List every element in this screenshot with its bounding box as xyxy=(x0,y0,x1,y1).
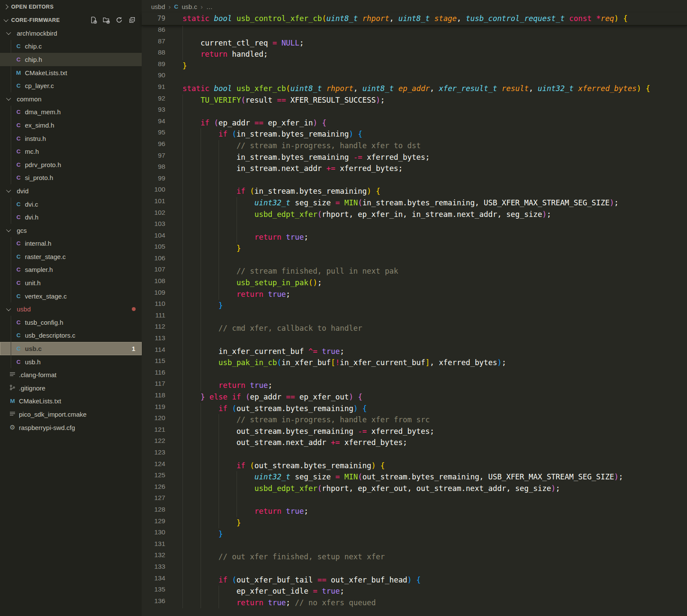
line-number[interactable]: 123 xyxy=(142,448,182,460)
line-number[interactable]: 94 xyxy=(142,117,182,129)
line-number[interactable]: 122 xyxy=(142,437,182,448)
code-line-89[interactable]: 89} xyxy=(142,60,687,72)
code-line-134[interactable]: 134 if (out_xfer_buf_tail == out_xfer_bu… xyxy=(142,574,687,586)
code-text[interactable]: usb_pak_in_cb(in_xfer_buf[!in_xfer_curre… xyxy=(182,357,687,369)
line-number[interactable]: 79 xyxy=(142,13,182,25)
tree-file-unit-h[interactable]: Cunit.h xyxy=(0,276,142,290)
code-line-105[interactable]: 105 } xyxy=(142,243,687,254)
tree-file-vertex-stage-c[interactable]: Cvertex_stage.c xyxy=(0,290,142,303)
new-file-icon[interactable] xyxy=(90,16,97,24)
line-number[interactable]: 130 xyxy=(142,528,182,540)
code-line-126[interactable]: 126 usbd_edpt_xfer(rhport, ep_xfer_out, … xyxy=(142,483,687,494)
line-number[interactable]: 96 xyxy=(142,140,182,152)
code-text[interactable]: if (in_stream.bytes_remaining) { xyxy=(182,186,687,197)
code-text[interactable] xyxy=(182,220,687,232)
tree-file-dvi-c[interactable]: Cdvi.c xyxy=(0,198,142,211)
tree-folder-usbd[interactable]: usbd xyxy=(0,302,142,316)
line-number[interactable]: 93 xyxy=(142,106,182,117)
code-text[interactable]: if (out_stream.bytes_remaining) { xyxy=(182,403,687,415)
code-text[interactable]: current_ctl_req = NULL; xyxy=(182,37,687,49)
line-number[interactable]: 126 xyxy=(142,483,182,494)
code-text[interactable] xyxy=(182,369,687,380)
code-text[interactable]: } xyxy=(182,517,687,529)
code-line-111[interactable]: 111 xyxy=(142,311,687,323)
code-text[interactable]: // cmd xfer, callback to handler xyxy=(182,323,687,334)
tree-folder-arch-mockbird[interactable]: arch\mockbird xyxy=(0,27,142,40)
code-line-117[interactable]: 117 return true; xyxy=(142,380,687,391)
code-line-131[interactable]: 131 xyxy=(142,540,687,552)
code-text[interactable] xyxy=(182,311,687,323)
tree-file-usb-descriptors-c[interactable]: Cusb_descriptors.c xyxy=(0,329,142,342)
code-line-87[interactable]: 87 current_ctl_req = NULL; xyxy=(142,37,687,49)
code-line-130[interactable]: 130 } xyxy=(142,528,687,540)
line-number[interactable]: 106 xyxy=(142,254,182,266)
line-number[interactable]: 109 xyxy=(142,289,182,300)
code-line-127[interactable]: 127 xyxy=(142,494,687,506)
line-number[interactable]: 108 xyxy=(142,277,182,289)
line-number[interactable]: 101 xyxy=(142,197,182,209)
line-number[interactable]: 104 xyxy=(142,232,182,243)
code-text[interactable]: out_stream.next_addr += xferred_bytes; xyxy=(182,437,687,448)
code-line-119[interactable]: 119 if (out_stream.bytes_remaining) { xyxy=(142,403,687,415)
code-text[interactable]: } xyxy=(182,243,687,254)
code-line-104[interactable]: 104 return true; xyxy=(142,232,687,243)
tree-file-si-proto-h[interactable]: Csi_proto.h xyxy=(0,171,142,185)
tree-folder-common[interactable]: common xyxy=(0,92,142,106)
line-number[interactable]: 128 xyxy=(142,506,182,517)
code-text[interactable]: ep_xfer_out_idle = true; xyxy=(182,586,687,597)
code-text[interactable] xyxy=(182,448,687,460)
code-line-91[interactable]: 91static bool usb_xfer_cb(uint8_t rhport… xyxy=(142,83,687,95)
code-line-94[interactable]: 94 if (ep_addr == ep_xfer_in) { xyxy=(142,117,687,129)
code-text[interactable] xyxy=(182,334,687,346)
code-line-88[interactable]: 88 return handled; xyxy=(142,49,687,60)
line-number[interactable]: 124 xyxy=(142,460,182,472)
code-line-101[interactable]: 101 uint32_t seg_size = MIN(in_stream.by… xyxy=(142,197,687,209)
code-text[interactable]: TU_VERIFY(result == XFER_RESULT_SUCCESS)… xyxy=(182,95,687,106)
tree-folder-gcs[interactable]: gcs xyxy=(0,224,142,237)
code-text[interactable]: } xyxy=(182,300,687,311)
line-number[interactable]: 132 xyxy=(142,551,182,563)
code-text[interactable]: return true; xyxy=(182,232,687,243)
tree-file-clang-format[interactable]: .clang-format xyxy=(0,368,142,381)
code-line-100[interactable]: 100 if (in_stream.bytes_remaining) { xyxy=(142,186,687,197)
code-text[interactable]: in_stream.bytes_remaining -= xferred_byt… xyxy=(182,152,687,163)
tree-file-chip-c[interactable]: Cchip.c xyxy=(0,40,142,53)
code-line-106[interactable]: 106 xyxy=(142,254,687,266)
tree-file-mc-h[interactable]: Cmc.h xyxy=(0,145,142,158)
line-number[interactable]: 133 xyxy=(142,563,182,574)
code-line-93[interactable]: 93 xyxy=(142,106,687,117)
line-number[interactable]: 120 xyxy=(142,414,182,426)
collapse-all-icon[interactable] xyxy=(128,16,136,24)
code-line-120[interactable]: 120 // stream in-progress, handle xfer f… xyxy=(142,414,687,426)
line-number[interactable]: 121 xyxy=(142,426,182,437)
line-number[interactable]: 119 xyxy=(142,403,182,415)
code-line-112[interactable]: 112 // cmd xfer, callback to handler xyxy=(142,323,687,334)
code-text[interactable] xyxy=(182,71,687,83)
sticky-scroll-header[interactable]: 79static bool usb_control_xfer_cb(uint8_… xyxy=(142,13,687,26)
line-number[interactable]: 110 xyxy=(142,300,182,311)
code-line-114[interactable]: 114 in_xfer_current_buf ^= true; xyxy=(142,346,687,357)
code-text[interactable] xyxy=(182,26,687,37)
tree-file-cp-layer-c[interactable]: Ccp_layer.c xyxy=(0,79,142,92)
code-line-97[interactable]: 97 in_stream.bytes_remaining -= xferred_… xyxy=(142,152,687,163)
code-text[interactable]: return handled; xyxy=(182,49,687,60)
line-number[interactable]: 87 xyxy=(142,37,182,49)
code-line-129[interactable]: 129 } xyxy=(142,517,687,529)
tree-file-ex-simd-h[interactable]: Cex_simd.h xyxy=(0,119,142,132)
code-text[interactable]: usb_setup_in_pak(); xyxy=(182,277,687,289)
code-line-121[interactable]: 121 out_stream.bytes_remaining -= xferre… xyxy=(142,426,687,437)
line-number[interactable]: 131 xyxy=(142,540,182,552)
code-text[interactable]: usbd_edpt_xfer(rhport, ep_xfer_in, in_st… xyxy=(182,209,687,220)
code-text[interactable]: if (in_stream.bytes_remaining) { xyxy=(182,128,687,140)
code-line-109[interactable]: 109 return true; xyxy=(142,289,687,300)
code-text[interactable]: uint32_t seg_size = MIN(in_stream.bytes_… xyxy=(182,197,687,209)
code-line-125[interactable]: 125 uint32_t seg_size = MIN(out_stream.b… xyxy=(142,471,687,483)
code-line-107[interactable]: 107 // stream finished, pull in next pak xyxy=(142,265,687,277)
breadcrumb-item[interactable]: … xyxy=(206,3,213,10)
tree-file-internal-h[interactable]: Cinternal.h xyxy=(0,237,142,250)
code-line-110[interactable]: 110 } xyxy=(142,300,687,311)
code-text[interactable] xyxy=(182,106,687,117)
code-text[interactable]: static bool usb_control_xfer_cb(uint8_t … xyxy=(182,13,687,25)
code-text[interactable]: uint32_t seg_size = MIN(out_stream.bytes… xyxy=(182,471,687,483)
code-line-135[interactable]: 135 ep_xfer_out_idle = true; xyxy=(142,586,687,597)
